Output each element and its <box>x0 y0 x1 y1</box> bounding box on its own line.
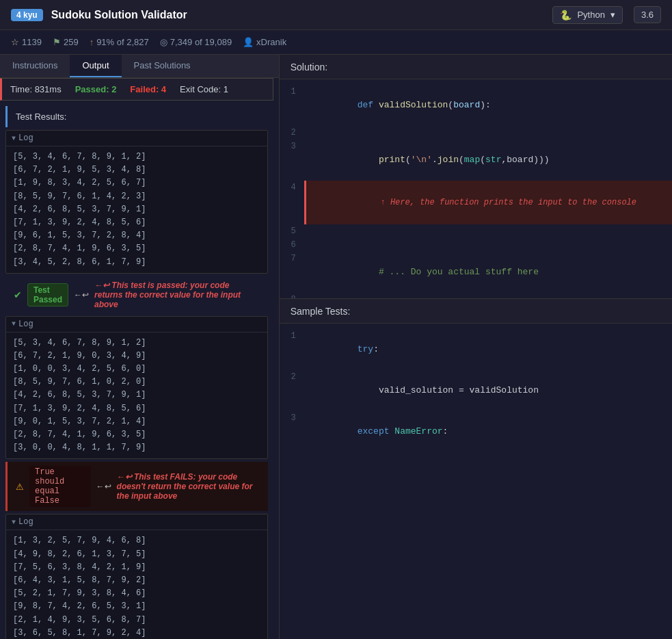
chart-icon: ↑ <box>90 37 94 47</box>
test1-result: ✔ Test Passed ←↩ ←↩ This test is passed:… <box>5 276 268 313</box>
circle-icon: ◎ <box>160 37 167 47</box>
triangle-icon-3: ▼ <box>12 519 16 526</box>
forks-count: 259 <box>64 37 79 47</box>
status-time: Time: 831ms <box>10 84 62 94</box>
sample-num-1: 1 <box>280 329 304 343</box>
test2-failed-badge: True should equal False <box>29 466 91 507</box>
kata-title: Sudoku Solution Validator <box>51 9 187 21</box>
stat-attempts: ◎ 7,349 of 19,089 <box>160 37 232 47</box>
tab-output[interactable]: Output <box>70 55 121 77</box>
line-num-3: 3 <box>280 140 304 153</box>
code-line-1: 1 def validSolution(board): <box>280 85 672 126</box>
log-label-3: Log <box>18 517 33 527</box>
status-exit: Exit Code: 1 <box>180 84 228 94</box>
log-label-2: Log <box>18 320 33 329</box>
line-num-1: 1 <box>280 85 304 99</box>
header-left: 4 kyu Sudoku Solution Validator <box>11 9 187 21</box>
status-bar: Time: 831ms Passed: 2 Failed: 4 Exit Cod… <box>0 78 273 101</box>
sample-tests-header: Sample Tests: <box>280 299 672 324</box>
code-line-7: 7 # ... Do you actual stuff here <box>280 252 672 293</box>
log-header-2[interactable]: ▼ Log <box>6 317 267 332</box>
sample-num-3: 3 <box>280 411 304 425</box>
log-label-1: Log <box>18 133 33 143</box>
code-line-5: 5 <box>280 224 672 238</box>
passed-check-icon-1: ✔ <box>14 289 22 300</box>
sample-line-1: 1 try: <box>280 329 672 370</box>
sample-tests-label: Sample Tests: <box>291 306 351 317</box>
line-num-4: 4 <box>280 181 304 194</box>
stat-stars: ☆ 1139 <box>11 37 42 47</box>
stat-author: 👤 xDranik <box>243 37 286 47</box>
stars-count: 1139 <box>22 37 42 47</box>
log-content-1: [5, 3, 4, 6, 7, 8, 9, 1, 2] [6, 7, 2, 1,… <box>6 146 267 273</box>
test1-desc: ←↩ This test is passed: your code return… <box>94 281 260 309</box>
log-content-2: [5, 3, 4, 6, 7, 8, 9, 1, 2] [6, 7, 2, 1,… <box>6 332 267 459</box>
solution-label: Solution: <box>291 62 327 73</box>
line-code-7: # ... Do you actual stuff here <box>304 252 672 293</box>
language-label: Python <box>577 10 604 20</box>
code-line-2: 2 <box>280 126 672 140</box>
app-header: 4 kyu Sudoku Solution Validator 🐍 Python… <box>0 0 672 30</box>
line-code-4: ↑ Here, the function prints the input to… <box>304 181 672 224</box>
star-icon: ☆ <box>11 37 19 47</box>
fork-icon: ⚑ <box>53 37 61 47</box>
main-layout: Instructions Output Past Solutions Time:… <box>0 55 672 639</box>
test2-desc: ←↩ This test FAILS: your code doesn't re… <box>117 472 260 501</box>
arrow-icon-2: ←↩ <box>96 482 111 491</box>
line-num-7: 7 <box>280 252 304 265</box>
status-passed: Passed: 2 <box>75 84 117 94</box>
rank-value: 91% of 2,827 <box>96 37 149 47</box>
code-line-3: 3 print('\n'.join(map(str,board))) <box>280 140 672 181</box>
line-num-8: 8 <box>280 293 304 298</box>
stat-rank: ↑ 91% of 2,827 <box>90 37 149 47</box>
test-results-header: Test Results: <box>5 106 268 127</box>
line-num-2: 2 <box>280 126 304 140</box>
output-area[interactable]: Time: 831ms Passed: 2 Failed: 4 Exit Cod… <box>0 78 273 639</box>
code-line-6: 6 <box>280 238 672 252</box>
language-selector[interactable]: 🐍 Python ▾ <box>552 6 622 24</box>
sample-code-1: try: <box>304 329 672 370</box>
sample-num-2: 2 <box>280 370 304 384</box>
right-panel: Solution: 1 def validSolution(board): 2 … <box>280 55 672 639</box>
sample-code-2: valid_solution = validSolution <box>304 370 672 411</box>
solution-header: Solution: <box>280 55 672 79</box>
sample-line-2: 2 valid_solution = validSolution <box>280 370 672 411</box>
line-num-5: 5 <box>280 224 304 238</box>
sample-code-editor[interactable]: 1 try: 2 valid_solution = validSolution … <box>280 324 672 447</box>
triangle-icon-2: ▼ <box>12 320 16 328</box>
triangle-icon-1: ▼ <box>12 135 16 142</box>
attempts-value: 7,349 of 19,089 <box>170 37 232 47</box>
warning-icon: ⚠ <box>16 482 24 492</box>
tab-instructions[interactable]: Instructions <box>0 55 70 77</box>
sample-line-3: 3 except NameError: <box>280 411 672 447</box>
status-failed: Failed: 4 <box>130 84 166 94</box>
line-num-6: 6 <box>280 238 304 252</box>
log-section-3: ▼ Log [1, 3, 2, 5, 7, 9, 4, 6, 8] [4, 9,… <box>5 514 268 639</box>
code-editor[interactable]: 1 def validSolution(board): 2 3 print('\… <box>280 79 672 298</box>
tabs: Instructions Output Past Solutions <box>0 55 279 78</box>
author-name: xDranik <box>256 37 286 47</box>
arrow-icon-1: ←↩ <box>74 290 89 300</box>
header-right: 🐍 Python ▾ 3.6 <box>552 6 661 24</box>
line-code-3: print('\n'.join(map(str,board))) <box>304 140 672 181</box>
code-line-8: 8 return True <box>280 293 672 298</box>
dropdown-icon[interactable]: ▾ <box>610 10 615 20</box>
log-content-3: [1, 3, 2, 5, 7, 9, 4, 6, 8] [4, 9, 8, 2,… <box>6 530 267 639</box>
line-code-1: def validSolution(board): <box>304 85 672 126</box>
kyu-badge: 4 kyu <box>11 9 43 21</box>
test1-passed-badge: Test Passed <box>27 283 68 307</box>
output-area-wrapper: Time: 831ms Passed: 2 Failed: 4 Exit Cod… <box>0 78 279 639</box>
user-icon: 👤 <box>243 37 254 47</box>
python-icon: 🐍 <box>560 10 572 21</box>
log-header-1[interactable]: ▼ Log <box>6 131 267 146</box>
sample-code-3: except NameError: <box>304 411 672 447</box>
log-header-3[interactable]: ▼ Log <box>6 514 267 530</box>
test2-result: ⚠ True should equal False ←↩ ←↩ This tes… <box>5 462 268 511</box>
stat-forks: ⚑ 259 <box>53 37 79 47</box>
log-section-1: ▼ Log [5, 3, 4, 6, 7, 8, 9, 1, 2] [6, 7,… <box>5 130 268 274</box>
left-panel: Instructions Output Past Solutions Time:… <box>0 55 280 639</box>
stats-bar: ☆ 1139 ⚑ 259 ↑ 91% of 2,827 ◎ 7,349 of 1… <box>0 30 672 55</box>
code-line-4: 4 ↑ Here, the function prints the input … <box>280 181 672 224</box>
tab-past-solutions[interactable]: Past Solutions <box>122 55 203 77</box>
line-code-8: return True <box>304 293 672 298</box>
